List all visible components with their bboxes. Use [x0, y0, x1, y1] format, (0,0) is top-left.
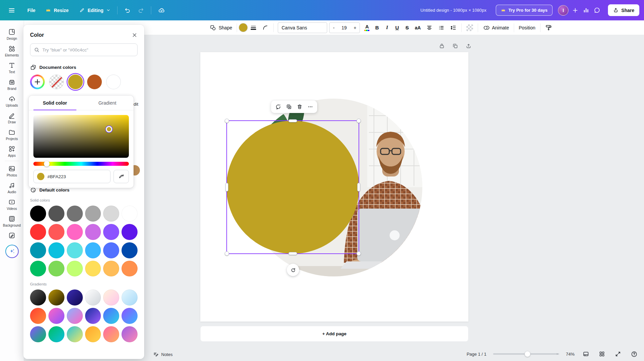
editing-mode-dropdown[interactable]: Editing	[76, 5, 114, 16]
resize-handle-top-right[interactable]	[357, 119, 361, 123]
sidebar-item-draw[interactable]: Draw	[1, 109, 23, 126]
gradient-swatch[interactable]	[103, 308, 119, 324]
gradient-swatch[interactable]	[67, 326, 83, 342]
color-swatch[interactable]	[122, 261, 138, 277]
presentation-view-button[interactable]	[581, 349, 591, 359]
gradient-swatch[interactable]	[85, 326, 101, 342]
gradient-swatch[interactable]	[122, 308, 138, 324]
saturation-handle[interactable]	[106, 126, 112, 132]
color-swatch[interactable]	[122, 242, 138, 258]
gradient-swatch[interactable]	[48, 326, 64, 342]
color-swatch[interactable]	[30, 261, 46, 277]
color-swatch[interactable]	[103, 224, 119, 240]
grid-view-button[interactable]	[597, 349, 607, 359]
hue-handle[interactable]	[44, 161, 50, 167]
color-swatch[interactable]	[67, 261, 83, 277]
line-curve-button[interactable]	[259, 22, 271, 33]
resize-button[interactable]: Resize	[42, 5, 72, 16]
color-swatch[interactable]	[85, 261, 101, 277]
close-panel-button[interactable]	[132, 32, 138, 38]
comments-button[interactable]	[592, 5, 603, 16]
magic-assistant-button[interactable]	[5, 245, 19, 258]
sidebar-item-elements[interactable]: Elements	[1, 42, 23, 59]
animate-button[interactable]: Animate	[480, 22, 511, 33]
font-size-increase[interactable]: +	[354, 25, 356, 30]
sidebar-item-apps[interactable]: Apps	[1, 143, 23, 159]
gradient-swatch[interactable]	[48, 289, 64, 306]
color-swatch[interactable]	[85, 224, 101, 240]
document-color-swatch[interactable]	[68, 75, 83, 89]
help-button[interactable]	[629, 349, 639, 359]
color-search[interactable]	[30, 43, 138, 56]
zoom-slider[interactable]	[493, 349, 559, 359]
color-swatch[interactable]	[103, 261, 119, 277]
file-menu-button[interactable]: File	[24, 5, 39, 16]
document-color-swatch[interactable]	[87, 75, 102, 89]
color-swatch[interactable]	[30, 206, 46, 222]
gradient-swatch[interactable]	[85, 308, 101, 324]
gradient-swatch[interactable]	[30, 289, 46, 306]
color-search-input[interactable]	[42, 47, 134, 52]
try-pro-button[interactable]: Try Pro for 30 days	[496, 5, 553, 16]
gradient-swatch[interactable]	[122, 326, 138, 342]
copy-style-button[interactable]	[543, 22, 555, 33]
color-swatch[interactable]	[48, 206, 64, 222]
strikethrough-button[interactable]: S	[402, 22, 412, 33]
color-swatch[interactable]	[85, 206, 101, 222]
gradient-swatch[interactable]	[103, 289, 119, 306]
color-swatch[interactable]	[67, 224, 83, 240]
gradient-swatch[interactable]	[67, 308, 83, 324]
color-swatch[interactable]	[122, 206, 138, 222]
color-swatch[interactable]	[67, 242, 83, 258]
rotate-handle[interactable]	[287, 264, 299, 276]
fullscreen-button[interactable]	[613, 349, 623, 359]
fill-color-button[interactable]	[239, 23, 247, 32]
transparent-swatch[interactable]	[49, 75, 64, 89]
gradient-swatch[interactable]	[122, 289, 138, 306]
color-swatch[interactable]	[48, 224, 64, 240]
tab-solid-color[interactable]: Solid color	[29, 96, 81, 110]
resize-handle-bottom-left[interactable]	[225, 251, 229, 256]
saturation-picker[interactable]	[33, 115, 129, 158]
eyedropper-button[interactable]	[114, 170, 129, 183]
sidebar-item-image-editor[interactable]	[1, 229, 23, 241]
cloud-save-status[interactable]	[155, 4, 169, 17]
text-color-button[interactable]: A	[362, 24, 372, 31]
color-swatch[interactable]	[85, 242, 101, 258]
gradient-swatch[interactable]	[85, 289, 101, 306]
resize-handle-bottom[interactable]	[288, 252, 297, 255]
shape-tool-button[interactable]: Shape	[207, 22, 235, 33]
gradient-swatch[interactable]	[48, 308, 64, 324]
italic-button[interactable]: I	[382, 22, 392, 33]
document-color-swatch[interactable]	[106, 75, 121, 89]
duplicate-page-button[interactable]	[450, 41, 460, 51]
export-page-button[interactable]	[463, 41, 473, 51]
sidebar-item-uploads[interactable]: Uploads	[1, 93, 23, 109]
sidebar-item-audio[interactable]: Audio	[1, 179, 23, 196]
sidebar-item-photos[interactable]: Photos	[1, 162, 23, 179]
border-style-button[interactable]	[247, 22, 259, 33]
insights-button[interactable]	[581, 5, 592, 16]
resize-handle-right[interactable]	[357, 183, 360, 192]
spacing-button[interactable]	[447, 22, 459, 33]
add-color-swatch[interactable]	[30, 75, 45, 89]
gradient-swatch[interactable]	[30, 308, 46, 324]
resize-handle-top[interactable]	[288, 119, 297, 122]
main-menu-button[interactable]	[5, 4, 19, 17]
sidebar-item-design[interactable]: Design	[1, 26, 23, 42]
transparency-button[interactable]	[464, 22, 476, 33]
share-button[interactable]: Share	[608, 4, 639, 16]
color-swatch[interactable]	[30, 242, 46, 258]
position-button[interactable]: Position	[516, 22, 538, 33]
bold-button[interactable]: B	[372, 22, 382, 33]
resize-handle-bottom-right[interactable]	[357, 251, 361, 256]
delete-button[interactable]	[294, 102, 304, 112]
color-swatch[interactable]	[48, 261, 64, 277]
lock-page-button[interactable]	[437, 41, 447, 51]
redo-button[interactable]	[134, 4, 148, 16]
more-options-button[interactable]	[305, 102, 315, 112]
comment-button[interactable]	[273, 102, 283, 112]
undo-button[interactable]	[121, 4, 134, 16]
color-swatch[interactable]	[67, 206, 83, 222]
font-size-decrease[interactable]: -	[333, 25, 335, 30]
